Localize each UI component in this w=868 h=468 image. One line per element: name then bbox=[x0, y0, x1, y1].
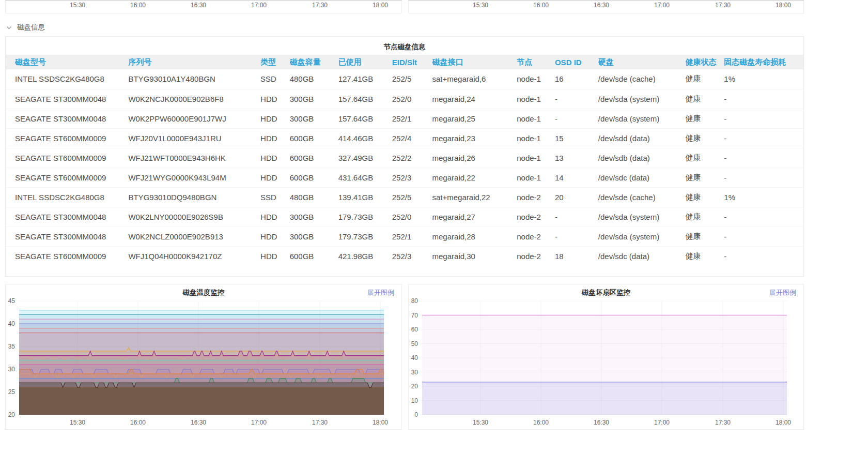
svg-text:40: 40 bbox=[8, 320, 16, 327]
svg-text:45: 45 bbox=[8, 297, 16, 305]
table-cell: node-1 bbox=[517, 89, 555, 109]
table-row: SEAGATE ST300MM0048W0K2NCLZ0000E902B913H… bbox=[6, 227, 803, 246]
column-header: 固态磁盘寿命损耗 bbox=[724, 55, 803, 69]
table-cell: 15 bbox=[555, 128, 598, 148]
column-header: 磁盘型号 bbox=[6, 55, 128, 69]
column-header: 磁盘容量 bbox=[290, 55, 338, 69]
table-cell: 179.73GB bbox=[338, 227, 392, 246]
table-cell: SEAGATE ST600MM0009 bbox=[6, 246, 128, 266]
svg-text:20: 20 bbox=[411, 383, 419, 390]
table-cell: HDD bbox=[260, 89, 290, 109]
table-cell: SEAGATE ST600MM0009 bbox=[6, 148, 128, 168]
table-cell: 健康 bbox=[686, 109, 724, 128]
x-axis-tick-label: 17:30 bbox=[715, 2, 731, 9]
table-cell: 16 bbox=[555, 69, 598, 89]
svg-text:16:00: 16:00 bbox=[533, 419, 549, 426]
table-cell: WFJ21WYG0000K943L94M bbox=[128, 168, 260, 187]
table-cell: HDD bbox=[260, 227, 290, 246]
table-cell: node-1 bbox=[517, 168, 555, 187]
table-cell: /dev/sdb (data) bbox=[598, 148, 686, 168]
svg-text:60: 60 bbox=[411, 326, 419, 333]
svg-text:16:00: 16:00 bbox=[130, 419, 146, 426]
table-cell: /dev/sda (system) bbox=[598, 89, 686, 109]
section-title: 磁盘信息 bbox=[17, 23, 45, 32]
table-cell: HDD bbox=[260, 246, 290, 266]
table-cell: megaraid,28 bbox=[432, 227, 517, 246]
table-cell: W0K2NCLZ0000E902B913 bbox=[128, 227, 260, 246]
table-cell: W0K2LNY00000E9026S9B bbox=[128, 207, 260, 227]
table-cell: 健康 bbox=[686, 148, 724, 168]
table-cell: 20 bbox=[555, 187, 598, 207]
table-cell: 600GB bbox=[290, 128, 338, 148]
svg-text:30: 30 bbox=[8, 366, 16, 373]
table-cell: - bbox=[724, 207, 803, 227]
table-cell: BTYG93010A1Y480BGN bbox=[128, 69, 260, 89]
disk-info-section-header[interactable]: 磁盘信息 bbox=[6, 23, 45, 32]
table-cell: 300GB bbox=[290, 89, 338, 109]
table-row: SEAGATE ST300MM0048W0K2LNY00000E9026S9BH… bbox=[6, 207, 803, 227]
table-cell: node-1 bbox=[517, 128, 555, 148]
x-axis-tick-label: 15:30 bbox=[70, 2, 85, 9]
x-axis-tick-label: 15:30 bbox=[473, 2, 488, 9]
table-row: SEAGATE ST300MM0048W0K2PPW60000E901J7WJH… bbox=[6, 109, 803, 128]
table-cell: HDD bbox=[260, 109, 290, 128]
disk-bad-sectors-plot: 8070605040302010015:3016:0016:3017:0017:… bbox=[409, 284, 803, 430]
svg-text:35: 35 bbox=[8, 343, 16, 350]
table-cell: 327.49GB bbox=[338, 148, 392, 168]
x-axis-tick-label: 18:00 bbox=[373, 2, 388, 9]
table-cell: WFJ20V1L0000E943J1RU bbox=[128, 128, 260, 148]
table-cell: SEAGATE ST300MM0048 bbox=[6, 89, 128, 109]
svg-text:70: 70 bbox=[411, 312, 419, 319]
svg-text:18:00: 18:00 bbox=[776, 419, 791, 426]
table-cell: 18 bbox=[555, 246, 598, 266]
table-title: 节点磁盘信息 bbox=[6, 37, 803, 55]
table-cell: 252/0 bbox=[392, 207, 432, 227]
table-cell: 157.64GB bbox=[338, 89, 392, 109]
table-cell: - bbox=[555, 207, 598, 227]
table-cell: - bbox=[724, 128, 803, 148]
chevron-down-icon[interactable] bbox=[6, 25, 12, 31]
table-cell: 252/3 bbox=[392, 168, 432, 187]
svg-text:50: 50 bbox=[411, 340, 419, 348]
disk-table-body: INTEL SSDSC2KG480G8BTYG93010A1Y480BGNSSD… bbox=[6, 69, 803, 266]
column-header: 健康状态 bbox=[686, 55, 724, 69]
table-cell: /dev/sdc (data) bbox=[598, 168, 686, 187]
table-cell: /dev/sda (system) bbox=[598, 207, 686, 227]
column-header: OSD ID bbox=[555, 55, 598, 69]
svg-text:30: 30 bbox=[411, 369, 419, 376]
table-cell: - bbox=[724, 168, 803, 187]
table-cell: SEAGATE ST300MM0048 bbox=[6, 109, 128, 128]
table-cell: 139.41GB bbox=[338, 187, 392, 207]
table-cell: 252/5 bbox=[392, 69, 432, 89]
svg-text:15:30: 15:30 bbox=[473, 419, 488, 426]
table-cell: node-2 bbox=[517, 227, 555, 246]
table-cell: 300GB bbox=[290, 109, 338, 128]
table-cell: 480GB bbox=[290, 187, 338, 207]
table-cell: - bbox=[724, 89, 803, 109]
table-row: SEAGATE ST600MM0009WFJ1Q04H0000K942170ZH… bbox=[6, 246, 803, 266]
table-cell: megaraid,30 bbox=[432, 246, 517, 266]
table-cell: 13 bbox=[555, 148, 598, 168]
svg-text:17:30: 17:30 bbox=[715, 419, 731, 426]
svg-text:0: 0 bbox=[414, 411, 418, 418]
x-axis-tick-label: 16:00 bbox=[533, 2, 549, 9]
column-header: 已使用 bbox=[338, 55, 392, 69]
node-disk-info-card: 节点磁盘信息 磁盘型号序列号类型磁盘容量已使用EID/Slt磁盘接口节点OSD … bbox=[5, 36, 804, 277]
table-cell: 健康 bbox=[686, 187, 724, 207]
table-cell: HDD bbox=[260, 207, 290, 227]
table-cell: /dev/sdc (data) bbox=[598, 246, 686, 266]
table-cell: SEAGATE ST300MM0048 bbox=[6, 227, 128, 246]
x-axis-tick-label: 16:30 bbox=[594, 2, 609, 9]
table-cell: node-2 bbox=[517, 246, 555, 266]
table-cell: megaraid,26 bbox=[432, 148, 517, 168]
table-cell: 1% bbox=[724, 187, 803, 207]
table-cell: 600GB bbox=[290, 148, 338, 168]
table-cell: - bbox=[724, 246, 803, 266]
table-cell: 252/3 bbox=[392, 246, 432, 266]
x-axis-tick-label: 18:00 bbox=[776, 2, 791, 9]
table-cell: 179.73GB bbox=[338, 207, 392, 227]
table-cell: node-2 bbox=[517, 187, 555, 207]
table-cell: - bbox=[555, 109, 598, 128]
disk-table: 磁盘型号序列号类型磁盘容量已使用EID/Slt磁盘接口节点OSD ID硬盘健康状… bbox=[6, 55, 803, 266]
table-cell: 252/1 bbox=[392, 227, 432, 246]
